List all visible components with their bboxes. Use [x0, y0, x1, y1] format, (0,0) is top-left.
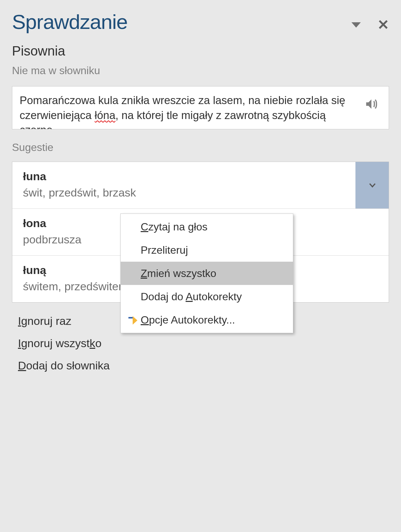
ignore-all-link[interactable]: Ignoruj wszystko [18, 337, 389, 350]
pane-controls: ✕ [351, 17, 389, 33]
pane-header: Sprawdzanie ✕ [12, 10, 389, 34]
spelling-pane: Sprawdzanie ✕ Pisownia Nie ma w słowniku… [0, 0, 401, 391]
pane-title: Sprawdzanie [12, 10, 127, 34]
menu-autocorrect-options[interactable]: Opcje Autokorekty... [121, 308, 293, 332]
chevron-down-icon [368, 181, 377, 190]
error-word: łóna [95, 109, 115, 121]
speaker-icon [364, 97, 378, 111]
close-icon[interactable]: ✕ [377, 17, 389, 33]
add-to-dictionary-link[interactable]: Dodaj do słownika [18, 359, 389, 372]
section-title: Pisownia [12, 44, 389, 59]
suggestion-dropdown-button[interactable] [355, 162, 389, 208]
suggestion-item[interactable]: łuna świt, przedświt, brzask [12, 162, 389, 208]
context-sentence-text[interactable]: Pomarańczowa kula znikła wreszcie za las… [20, 93, 361, 129]
autocorrect-icon [125, 314, 141, 326]
menu-read-aloud[interactable]: Czytaj na głos [121, 215, 293, 238]
read-aloud-button[interactable] [361, 93, 381, 111]
suggestion-synonyms: świt, przedświt, brzask [23, 186, 346, 199]
context-sentence-box: Pomarańczowa kula znikła wreszcie za las… [12, 86, 389, 129]
not-in-dictionary-label: Nie ma w słowniku [12, 65, 389, 77]
suggestions-label: Sugestie [12, 141, 389, 154]
suggestions-container: łuna świt, przedświt, brzask łona podbrz… [12, 162, 389, 303]
suggestion-word: łuna [23, 170, 346, 183]
pane-options-dropdown-icon[interactable] [351, 22, 361, 28]
suggestion-context-menu: Czytaj na głos Przeliteruj Zmień wszystk… [120, 213, 293, 333]
menu-change-all[interactable]: Zmień wszystko [121, 262, 293, 285]
menu-spell-out[interactable]: Przeliteruj [121, 238, 293, 262]
suggestion-body: łuna świt, przedświt, brzask [12, 162, 355, 208]
menu-add-autocorrect[interactable]: Dodaj do Autokorekty [121, 285, 293, 308]
